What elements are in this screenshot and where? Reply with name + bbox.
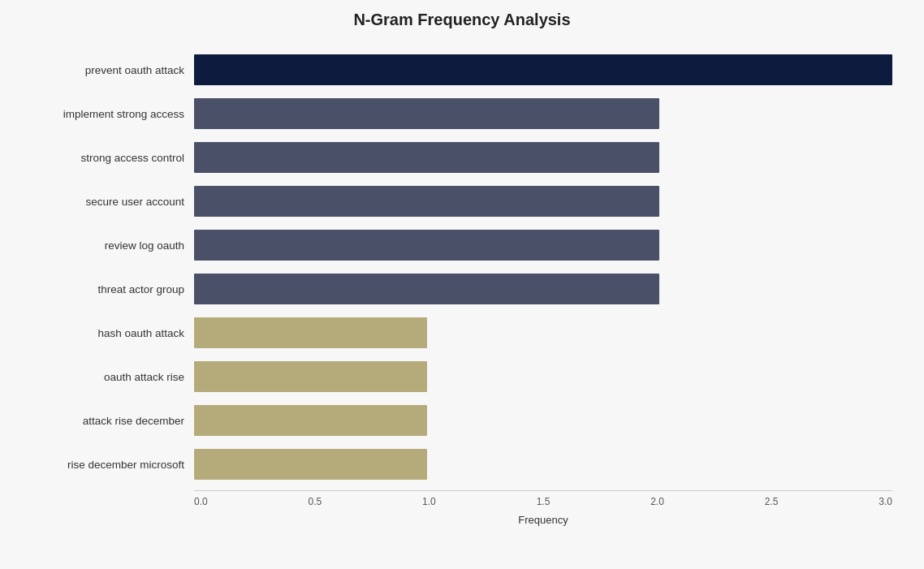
bar-track [194, 230, 892, 261]
bar-fill [194, 98, 659, 129]
bar-track [194, 142, 892, 173]
x-tick: 0.5 [309, 496, 322, 507]
chart-inner: prevent oauth attack implement strong ac… [32, 49, 892, 526]
bar-track [194, 186, 892, 217]
bar-fill [194, 54, 892, 85]
x-tick: 1.5 [537, 496, 551, 507]
bar-fill [194, 274, 659, 304]
bar-track [194, 361, 892, 392]
bar-label: oauth attack rise [32, 371, 194, 383]
bar-fill [194, 405, 427, 436]
bar-row: secure user account [32, 180, 892, 222]
bar-track [194, 405, 892, 436]
x-tick: 1.0 [422, 496, 436, 507]
bar-fill [194, 361, 427, 392]
bar-fill [194, 142, 659, 173]
bar-row: prevent oauth attack [32, 49, 892, 91]
bar-track [194, 274, 892, 304]
bar-row: hash oauth attack [32, 312, 892, 354]
bar-track [194, 317, 892, 348]
bar-row: implement strong access [32, 93, 892, 135]
bar-label: secure user account [32, 196, 194, 208]
bar-label: hash oauth attack [32, 327, 194, 339]
bar-fill [194, 317, 427, 348]
x-tick: 2.0 [650, 496, 664, 507]
x-axis-area: 0.00.51.01.52.02.53.0 Frequency [194, 490, 892, 526]
x-axis-ticks: 0.00.51.01.52.02.53.0 [194, 491, 892, 507]
chart-container: N-Gram Frequency Analysis prevent oauth … [15, 0, 909, 569]
bar-fill [194, 186, 659, 217]
x-tick: 2.5 [765, 496, 779, 507]
bar-fill [194, 449, 427, 480]
bar-row: rise december microsoft [32, 443, 892, 485]
bar-row: strong access control [32, 136, 892, 179]
bar-label: prevent oauth attack [32, 64, 194, 76]
bar-track [194, 54, 892, 85]
bar-row: attack rise december [32, 399, 892, 442]
x-axis-label: Frequency [194, 514, 892, 526]
x-tick: 3.0 [879, 496, 892, 507]
bar-label: strong access control [32, 152, 194, 164]
bar-label: attack rise december [32, 415, 194, 427]
bar-track [194, 449, 892, 480]
bar-label: threat actor group [32, 283, 194, 295]
bar-row: threat actor group [32, 268, 892, 310]
bar-label: review log oauth [32, 239, 194, 252]
x-tick: 0.0 [194, 496, 208, 507]
bar-label: rise december microsoft [32, 459, 194, 471]
bar-track [194, 98, 892, 129]
bar-label: implement strong access [32, 108, 194, 120]
bar-row: oauth attack rise [32, 356, 892, 398]
bar-fill [194, 230, 659, 261]
bars-area: prevent oauth attack implement strong ac… [32, 49, 892, 487]
bar-row: review log oauth [32, 224, 892, 266]
chart-title: N-Gram Frequency Analysis [32, 11, 892, 29]
